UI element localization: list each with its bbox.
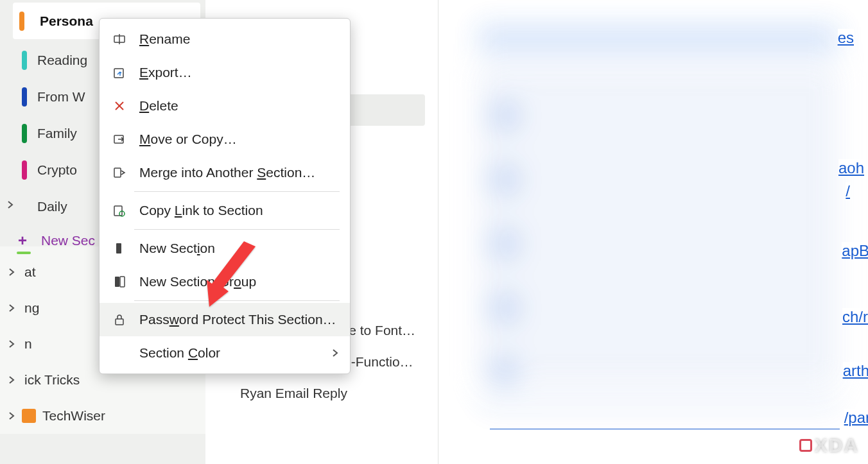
newgrp-icon bbox=[111, 275, 128, 289]
delete-icon bbox=[111, 99, 128, 113]
link-text[interactable]: es bbox=[838, 29, 854, 47]
section-color-swatch bbox=[19, 12, 24, 31]
menu-item-label: Rename bbox=[139, 31, 190, 47]
notebook-label: ng bbox=[24, 300, 39, 316]
link-text[interactable]: / bbox=[846, 182, 850, 200]
svg-rect-14 bbox=[114, 168, 121, 177]
menu-item-export[interactable]: Export… bbox=[100, 56, 350, 89]
section-label: Persona bbox=[40, 13, 93, 29]
menu-item-label: Section Color bbox=[139, 345, 220, 361]
menu-item-new-section-group[interactable]: New Section Group bbox=[100, 265, 350, 298]
section-context-menu: RenameExport…DeleteMove or Copy…Merge in… bbox=[99, 18, 351, 374]
section-color-swatch bbox=[22, 87, 27, 107]
svg-rect-15 bbox=[114, 206, 122, 216]
watermark-icon bbox=[799, 439, 812, 452]
svg-point-5 bbox=[491, 295, 517, 321]
svg-rect-20 bbox=[116, 319, 123, 325]
section-label: Crypto bbox=[37, 162, 77, 178]
chevron-right-icon bbox=[5, 268, 18, 276]
menu-item-merge-into-another-section[interactable]: Merge into Another Section… bbox=[100, 156, 350, 189]
chevron-right-icon bbox=[5, 376, 18, 384]
menu-item-label: New Section Group bbox=[139, 274, 256, 289]
lock-icon bbox=[111, 313, 128, 327]
notebook-row[interactable]: TechWiser bbox=[0, 398, 205, 434]
svg-point-2 bbox=[491, 103, 517, 128]
chevron-right-icon bbox=[5, 412, 18, 420]
section-label: Daily bbox=[37, 199, 67, 214]
menu-item-label: Export… bbox=[139, 65, 192, 80]
xda-watermark: XDA bbox=[799, 434, 859, 456]
move-icon bbox=[111, 132, 128, 146]
export-icon bbox=[111, 65, 128, 80]
menu-item-rename[interactable]: Rename bbox=[100, 22, 350, 56]
menu-item-label: Merge into Another Section… bbox=[139, 165, 315, 180]
svg-point-4 bbox=[491, 231, 517, 257]
notebook-label: n bbox=[24, 336, 32, 352]
chevron-right-icon bbox=[5, 340, 18, 348]
svg-rect-18 bbox=[115, 277, 119, 287]
notebook-label: TechWiser bbox=[42, 408, 105, 424]
svg-point-6 bbox=[491, 359, 517, 385]
newsec-icon bbox=[111, 241, 128, 255]
svg-rect-17 bbox=[116, 243, 121, 253]
blurred-content bbox=[478, 26, 838, 424]
chevron-right-icon bbox=[331, 345, 340, 361]
content-underline bbox=[490, 429, 840, 429]
menu-item-label: Delete bbox=[139, 98, 178, 114]
menu-item-password-protect-this-section[interactable]: Password Protect This Section… bbox=[100, 303, 350, 336]
menu-item-label: Password Protect This Section… bbox=[139, 312, 336, 327]
chevron-right-icon bbox=[5, 200, 15, 210]
menu-item-section-color[interactable]: Section Color bbox=[100, 336, 350, 370]
section-label: Reading bbox=[37, 53, 87, 68]
menu-item-copy-link-to-section[interactable]: Copy Link to Section bbox=[100, 194, 350, 227]
menu-separator bbox=[134, 229, 340, 230]
link-text[interactable]: aoh bbox=[838, 159, 864, 177]
svg-rect-0 bbox=[478, 26, 838, 51]
menu-item-delete[interactable]: Delete bbox=[100, 89, 350, 123]
svg-rect-1 bbox=[478, 64, 838, 385]
menu-item-label: New Section bbox=[139, 241, 215, 256]
link-text[interactable]: apB bbox=[842, 242, 868, 260]
copylink-icon bbox=[111, 203, 128, 218]
link-text[interactable]: arth bbox=[843, 362, 868, 380]
rename-icon bbox=[111, 32, 128, 46]
merge-icon bbox=[111, 166, 128, 180]
notebook-icon bbox=[22, 409, 36, 423]
section-label: From W bbox=[37, 89, 85, 105]
svg-rect-19 bbox=[120, 277, 125, 287]
watermark-text: XDA bbox=[815, 434, 859, 456]
menu-item-label: Move or Copy… bbox=[139, 132, 237, 147]
section-color-swatch bbox=[22, 124, 27, 143]
menu-separator bbox=[134, 191, 340, 192]
section-color-swatch bbox=[22, 160, 27, 180]
chevron-right-icon bbox=[5, 304, 18, 312]
link-text[interactable]: /par bbox=[844, 409, 868, 427]
svg-rect-7 bbox=[478, 404, 838, 406]
section-color-swatch bbox=[22, 51, 27, 70]
menu-item-new-section[interactable]: New Section bbox=[100, 232, 350, 265]
page-item[interactable]: Ryan Email Reply bbox=[212, 377, 431, 409]
menu-item-label: Copy Link to Section bbox=[139, 203, 263, 218]
note-content-area: esaoh/apBch/rarth/par bbox=[438, 0, 868, 464]
link-text[interactable]: ch/r bbox=[842, 308, 868, 326]
menu-item-move-or-copy[interactable]: Move or Copy… bbox=[100, 123, 350, 156]
section-label: Family bbox=[37, 126, 77, 141]
menu-separator bbox=[134, 300, 340, 301]
notebook-label: at bbox=[24, 264, 36, 280]
notebook-label: ick Tricks bbox=[24, 372, 80, 388]
svg-point-3 bbox=[491, 167, 517, 193]
